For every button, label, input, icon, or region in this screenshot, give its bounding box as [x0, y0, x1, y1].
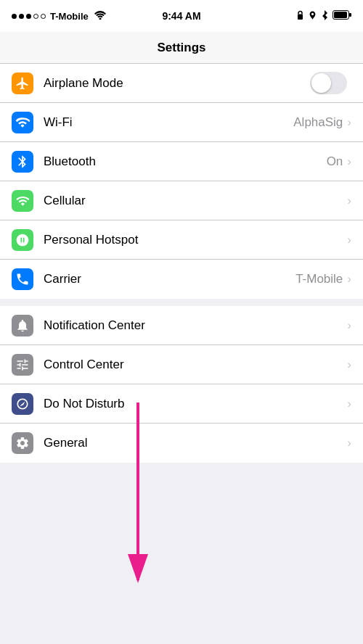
do-not-disturb-icon-bg: [12, 393, 33, 415]
nav-bar: Settings: [0, 32, 363, 64]
airplane-mode-toggle-knob: [311, 73, 331, 93]
carrier-chevron: ›: [347, 272, 351, 286]
notification-center-label: Notification Center: [44, 318, 347, 333]
svg-rect-1: [298, 14, 303, 20]
carrier-label: T-Mobile: [50, 11, 89, 22]
do-not-disturb-label: Do Not Disturb: [44, 397, 347, 411]
status-left: T-Mobile: [12, 11, 106, 22]
airplane-mode-toggle[interactable]: [310, 72, 347, 94]
connectivity-section: Airplane Mode Wi-Fi AlphaSig › Bluetooth…: [0, 64, 363, 299]
svg-rect-3: [349, 13, 351, 17]
control-center-icon-bg: [12, 354, 33, 376]
cellular-chevron: ›: [347, 194, 351, 208]
dot-5: [41, 14, 46, 19]
status-time: 9:44 AM: [162, 10, 200, 22]
hotspot-label: Personal Hotspot: [44, 233, 347, 247]
cellular-label: Cellular: [44, 194, 347, 208]
wifi-label: Wi-Fi: [44, 115, 293, 130]
notification-icon-bg: [12, 315, 33, 337]
lock-icon: [296, 10, 304, 22]
notification-center-chevron: ›: [347, 318, 351, 333]
dot-4: [33, 14, 38, 19]
dot-1: [12, 14, 17, 19]
wifi-status-icon: [94, 11, 106, 22]
wifi-value: AlphaSig: [293, 115, 343, 130]
hotspot-icon-bg: [12, 229, 33, 251]
wifi-chevron: ›: [347, 115, 351, 130]
bluetooth-icon-bg: [12, 151, 33, 173]
general-chevron: ›: [347, 436, 351, 450]
do-not-disturb-item[interactable]: Do Not Disturb ›: [0, 384, 363, 424]
cellular-item[interactable]: Cellular ›: [0, 181, 363, 220]
bluetooth-label: Bluetooth: [44, 154, 327, 169]
carrier-value: T-Mobile: [295, 272, 343, 286]
bluetooth-status-icon: [321, 10, 328, 22]
svg-rect-4: [334, 12, 347, 18]
hotspot-chevron: ›: [347, 233, 351, 247]
dot-2: [19, 14, 24, 19]
status-bar: T-Mobile 9:44 AM: [0, 0, 363, 32]
bluetooth-item[interactable]: Bluetooth On ›: [0, 142, 363, 181]
cellular-icon-bg: [12, 190, 33, 212]
general-icon-bg: [12, 432, 33, 454]
notification-center-item[interactable]: Notification Center ›: [0, 306, 363, 345]
dot-3: [26, 14, 31, 19]
carrier-label: Carrier: [44, 272, 295, 286]
airplane-mode-item[interactable]: Airplane Mode: [0, 64, 363, 103]
wifi-icon-bg: [12, 112, 33, 133]
airplane-mode-label: Airplane Mode: [44, 76, 310, 91]
carrier-icon-bg: [12, 268, 33, 290]
system-section: Notification Center › Control Center › D…: [0, 306, 363, 463]
hotspot-item[interactable]: Personal Hotspot ›: [0, 220, 363, 260]
wifi-item[interactable]: Wi-Fi AlphaSig ›: [0, 103, 363, 142]
do-not-disturb-chevron: ›: [347, 397, 351, 411]
control-center-label: Control Center: [44, 358, 347, 372]
airplane-mode-icon-bg: [12, 73, 33, 94]
status-right: [296, 10, 351, 22]
page-title: Settings: [157, 41, 205, 55]
control-center-chevron: ›: [347, 358, 351, 372]
bluetooth-chevron: ›: [347, 154, 351, 169]
location-icon: [309, 10, 317, 22]
bluetooth-value: On: [327, 154, 343, 169]
general-item[interactable]: General ›: [0, 424, 363, 463]
signal-dots: [12, 14, 46, 19]
general-label: General: [44, 436, 347, 450]
carrier-item[interactable]: Carrier T-Mobile ›: [0, 260, 363, 299]
battery-icon: [333, 10, 351, 22]
control-center-item[interactable]: Control Center ›: [0, 345, 363, 384]
svg-point-0: [99, 17, 101, 20]
